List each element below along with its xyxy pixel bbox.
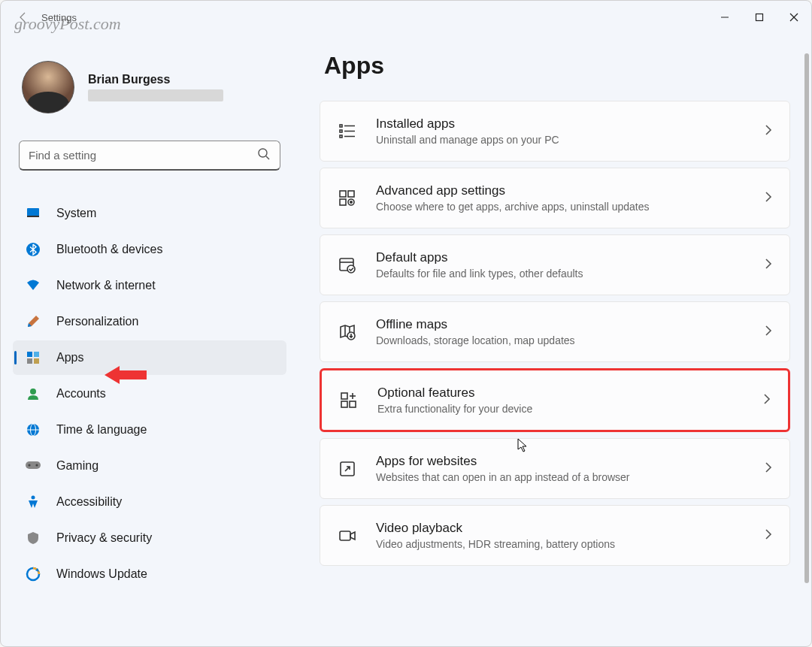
scrollbar[interactable] — [804, 53, 809, 642]
titlebar: Settings — [1, 1, 811, 34]
sidebar-item-accessibility[interactable]: Accessibility — [13, 485, 286, 519]
svg-rect-46 — [340, 531, 350, 540]
minimize-button[interactable] — [707, 5, 742, 29]
card-optional-features[interactable]: Optional featuresExtra functionality for… — [320, 368, 790, 432]
sidebar-item-label: System — [56, 207, 96, 220]
close-button[interactable] — [777, 5, 811, 29]
card-sub: Websites that can open in an app instead… — [376, 471, 746, 483]
sidebar-item-label: Privacy & security — [56, 531, 152, 545]
chevron-right-icon — [764, 191, 773, 206]
svg-rect-29 — [340, 191, 346, 197]
sidebar-item-label: Personalization — [56, 315, 138, 328]
svg-rect-40 — [341, 393, 347, 399]
list-icon — [337, 121, 358, 142]
card-advanced-app-settings[interactable]: Advanced app settingsChoose where to get… — [320, 168, 790, 228]
map-download-icon — [337, 322, 358, 343]
svg-rect-10 — [34, 352, 39, 357]
card-installed-apps[interactable]: Installed appsUninstall and manage apps … — [320, 101, 790, 162]
sidebar-item-label: Accounts — [56, 387, 106, 401]
chevron-right-icon — [764, 325, 773, 340]
card-offline-maps[interactable]: Offline mapsDownloads, storage location,… — [320, 301, 790, 362]
svg-rect-7 — [27, 216, 39, 217]
settings-window: groovyPost.com Settings Brian Burgess — [0, 0, 812, 647]
card-apps-for-websites[interactable]: Apps for websitesWebsites that can open … — [320, 438, 790, 499]
maximize-button[interactable] — [742, 5, 777, 29]
sidebar-item-privacy[interactable]: Privacy & security — [13, 521, 286, 555]
card-sub: Uninstall and manage apps on your PC — [376, 134, 746, 146]
card-sub: Defaults for file and link types, other … — [376, 268, 746, 280]
shield-icon — [25, 530, 41, 546]
svg-point-20 — [32, 496, 35, 500]
svg-line-5 — [266, 156, 269, 159]
svg-rect-11 — [27, 358, 32, 364]
search-icon — [257, 147, 271, 164]
sidebar-item-label: Windows Update — [56, 567, 147, 581]
profile-email-redacted — [88, 89, 223, 101]
svg-point-18 — [28, 464, 30, 466]
search-box[interactable] — [19, 141, 280, 171]
svg-point-33 — [350, 201, 352, 202]
svg-rect-27 — [340, 135, 342, 138]
sidebar-item-bluetooth[interactable]: Bluetooth & devices — [13, 232, 286, 267]
card-sub: Extra functionality for your device — [377, 403, 744, 415]
sidebar-item-label: Time & language — [56, 423, 147, 437]
apps-icon — [25, 349, 41, 366]
svg-rect-12 — [34, 358, 39, 364]
update-icon — [25, 566, 41, 582]
sidebar-item-apps[interactable]: Apps — [13, 340, 286, 375]
profile-section[interactable]: Brian Burgess — [13, 43, 286, 128]
gamepad-icon — [25, 458, 41, 474]
accessibility-icon — [25, 494, 41, 510]
grid-gear-icon — [337, 188, 358, 209]
chevron-right-icon — [764, 124, 773, 139]
sidebar-item-label: Gaming — [56, 459, 98, 473]
avatar — [22, 61, 74, 113]
card-video-playback[interactable]: Video playbackVideo adjustments, HDR str… — [320, 505, 790, 566]
sidebar-item-accounts[interactable]: Accounts — [13, 376, 286, 411]
svg-rect-23 — [340, 125, 342, 127]
person-icon — [25, 385, 41, 402]
profile-name: Brian Burgess — [88, 73, 223, 86]
grid-plus-icon — [338, 390, 359, 411]
nav-list: System Bluetooth & devices Network & int… — [13, 189, 286, 591]
svg-rect-25 — [340, 130, 342, 132]
card-title: Apps for websites — [376, 454, 746, 469]
card-default-apps[interactable]: Default appsDefaults for file and link t… — [320, 234, 790, 295]
video-icon — [337, 525, 358, 546]
bluetooth-icon — [25, 241, 41, 258]
svg-point-4 — [259, 149, 267, 157]
card-title: Installed apps — [376, 116, 746, 132]
globe-clock-icon — [25, 422, 41, 438]
svg-rect-9 — [27, 352, 32, 357]
search-input[interactable] — [29, 149, 250, 162]
window-title: Settings — [41, 12, 77, 23]
sidebar-item-time-language[interactable]: Time & language — [13, 413, 286, 447]
sidebar: Brian Burgess System — [1, 34, 298, 646]
sidebar-item-system[interactable]: System — [13, 196, 286, 231]
card-title: Advanced app settings — [376, 183, 746, 198]
svg-rect-1 — [756, 14, 763, 21]
card-title: Optional features — [377, 385, 744, 401]
main-content: Apps Installed appsUninstall and manage … — [298, 34, 811, 646]
card-title: Offline maps — [376, 317, 746, 332]
sidebar-item-label: Bluetooth & devices — [56, 243, 162, 256]
sidebar-item-personalization[interactable]: Personalization — [13, 304, 286, 339]
system-icon — [25, 205, 41, 222]
chevron-right-icon — [762, 393, 771, 408]
svg-point-19 — [35, 464, 38, 466]
svg-point-13 — [30, 389, 36, 395]
svg-rect-31 — [340, 199, 346, 205]
back-button[interactable] — [16, 10, 31, 25]
card-sub: Video adjustments, HDR streaming, batter… — [376, 538, 746, 550]
wifi-icon — [25, 277, 41, 294]
card-sub: Choose where to get apps, archive apps, … — [376, 201, 746, 213]
sidebar-item-network[interactable]: Network & internet — [13, 268, 286, 303]
svg-rect-30 — [348, 191, 354, 197]
sidebar-item-label: Apps — [56, 351, 83, 364]
svg-point-36 — [347, 265, 355, 273]
page-title: Apps — [320, 52, 790, 80]
sidebar-item-gaming[interactable]: Gaming — [13, 449, 286, 483]
sidebar-item-update[interactable]: Windows Update — [13, 557, 286, 591]
browser-check-icon — [337, 255, 358, 276]
card-title: Video playback — [376, 521, 746, 536]
